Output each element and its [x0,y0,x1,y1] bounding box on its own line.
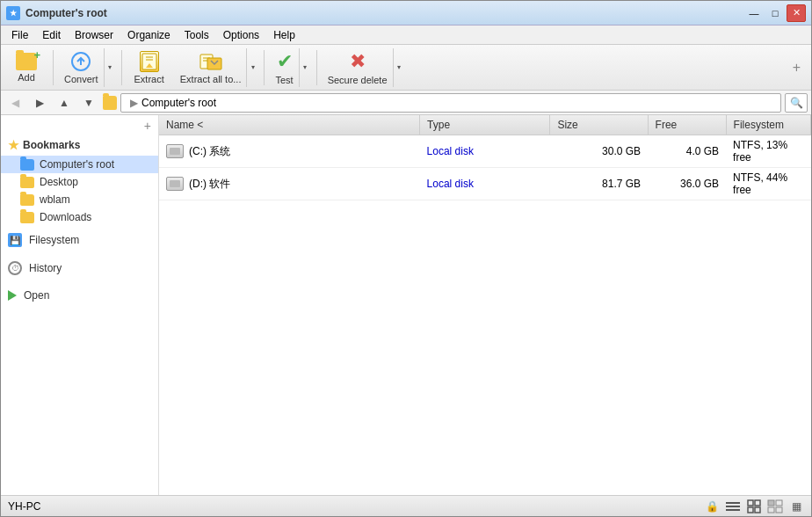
window-title: Computer's root [25,7,107,19]
drive-name: (D:) 软件 [189,177,230,192]
extract-icon [140,51,159,72]
search-icon: 🔍 [790,97,803,109]
search-button[interactable]: 🔍 [785,93,808,113]
svg-rect-9 [748,500,753,506]
open-icon [8,290,17,301]
menubar: File Edit Browser Organize Tools Options… [1,25,811,45]
col-header-size[interactable]: Size [550,115,648,135]
location-folder-icon [103,96,117,110]
col-header-filesystem[interactable]: Filesystem [726,115,810,135]
computer-name: YH-PC [8,500,40,513]
bookmarks-star-icon: ★ [8,138,19,152]
secure-delete-button[interactable]: ✖ Secure delete ▾ [322,47,406,88]
history-icon: ⏱ [8,261,22,275]
address-dropdown-button[interactable]: ▼ [78,93,99,113]
test-label: Test [275,75,293,85]
drive-size: 81.7 GB [550,168,648,200]
sidebar-add-button[interactable]: + [1,119,158,135]
menu-help[interactable]: Help [266,27,302,43]
back-button[interactable]: ◀ [4,93,25,113]
list-view-icon[interactable] [725,499,741,514]
drive-icon [166,144,184,158]
close-button[interactable]: ✕ [787,4,806,22]
drive-free: 36.0 GB [648,168,726,200]
sidebar: + ★ Bookmarks Computer's root Desktop wb… [1,115,159,495]
sidebar-item-history[interactable]: ⏱ History [1,254,158,282]
table-row[interactable]: (D:) 软件 Local disk 81.7 GB 36.0 GB NTFS,… [159,168,811,200]
downloads-icon [20,212,34,223]
menu-browser[interactable]: Browser [68,27,120,43]
svg-rect-11 [748,507,753,513]
menu-options[interactable]: Options [216,27,266,43]
toolbar: + Add Convert ▾ [1,45,811,91]
toolbar-separator-2 [121,50,122,85]
drive-name: (C:) 系统 [189,144,230,159]
svg-rect-12 [755,507,760,513]
svg-rect-13 [768,500,774,506]
filesystem-label: Filesystem [29,234,79,246]
extract-button[interactable]: Extract [127,47,172,88]
test-dropdown-arrow[interactable]: ▾ [299,48,311,87]
content-area: Name < Type Size Free Filesystem (C:) 系统… [159,115,811,495]
downloads-label: Downloads [40,211,91,223]
breadcrumb-arrow: ▶ [130,97,138,109]
secure-delete-dropdown-arrow[interactable]: ▾ [393,48,405,87]
lock-icon[interactable]: 🔒 [704,499,720,514]
extract-all-dropdown-arrow[interactable]: ▾ [246,48,258,87]
statusbar: YH-PC 🔒 ▦ [1,495,811,516]
minimize-button[interactable]: — [744,4,764,22]
menu-edit[interactable]: Edit [35,27,68,43]
wblam-label: wblam [40,193,70,206]
drive-type: Local disk [420,168,550,200]
col-header-type[interactable]: Type [420,115,550,135]
filesystem-icon: 💾 [8,233,22,247]
forward-button[interactable]: ▶ [29,93,50,113]
menu-tools[interactable]: Tools [178,27,216,43]
main-area: + ★ Bookmarks Computer's root Desktop wb… [1,115,811,495]
sidebar-item-computer-root[interactable]: Computer's root [1,156,158,173]
titlebar: ★ Computer's root — □ ✕ [1,1,811,25]
sidebar-item-open[interactable]: Open [1,282,158,309]
col-header-name[interactable]: Name < [159,115,420,135]
desktop-label: Desktop [40,176,78,188]
extract-all-label: Extract all to... [180,74,242,84]
large-icons-view-icon[interactable] [767,499,783,514]
desktop-icon [20,177,34,188]
svg-rect-14 [776,500,782,506]
test-button[interactable]: ✔ Test ▾ [269,47,311,88]
up-button[interactable]: ▲ [54,93,75,113]
addressbar: ◀ ▶ ▲ ▼ ▶ Computer's root 🔍 [1,91,811,115]
toolbar-separator-3 [264,50,265,85]
convert-label: Convert [64,74,98,84]
table-row[interactable]: (C:) 系统 Local disk 30.0 GB 4.0 GB NTFS, … [159,135,811,168]
sidebar-item-filesystem[interactable]: 💾 Filesystem [1,226,158,254]
secure-delete-icon: ✖ [350,50,366,73]
history-label: History [29,262,62,274]
convert-dropdown-arrow[interactable]: ▾ [104,48,116,87]
open-label: Open [24,289,49,302]
grid-view-icon[interactable] [746,499,762,514]
wblam-icon [20,194,34,206]
details-view-icon[interactable]: ▦ [788,499,804,514]
add-button[interactable]: + Add [4,47,48,88]
sidebar-item-desktop[interactable]: Desktop [1,173,158,191]
sidebar-item-wblam[interactable]: wblam [1,191,158,208]
statusbar-right: 🔒 ▦ [704,499,804,514]
menu-organize[interactable]: Organize [120,27,178,43]
menu-file[interactable]: File [4,27,35,43]
toolbar-add-more[interactable]: + [786,60,808,76]
test-icon: ✔ [277,50,293,73]
col-header-free[interactable]: Free [648,115,726,135]
drive-filesystem: NTFS, 44% free [726,168,810,200]
file-table: Name < Type Size Free Filesystem (C:) 系统… [159,115,811,200]
drive-filesystem: NTFS, 13% free [726,135,810,168]
drive-type: Local disk [420,135,550,168]
sidebar-item-downloads[interactable]: Downloads [1,208,158,226]
maximize-button[interactable]: □ [765,4,785,22]
extract-all-button[interactable]: Extract all to... ▾ [174,47,260,88]
convert-button[interactable]: Convert ▾ [58,47,117,88]
breadcrumb[interactable]: ▶ Computer's root [120,93,781,113]
drive-name-cell: (D:) 软件 [166,177,413,192]
drive-icon [166,177,184,191]
svg-rect-10 [755,500,760,506]
